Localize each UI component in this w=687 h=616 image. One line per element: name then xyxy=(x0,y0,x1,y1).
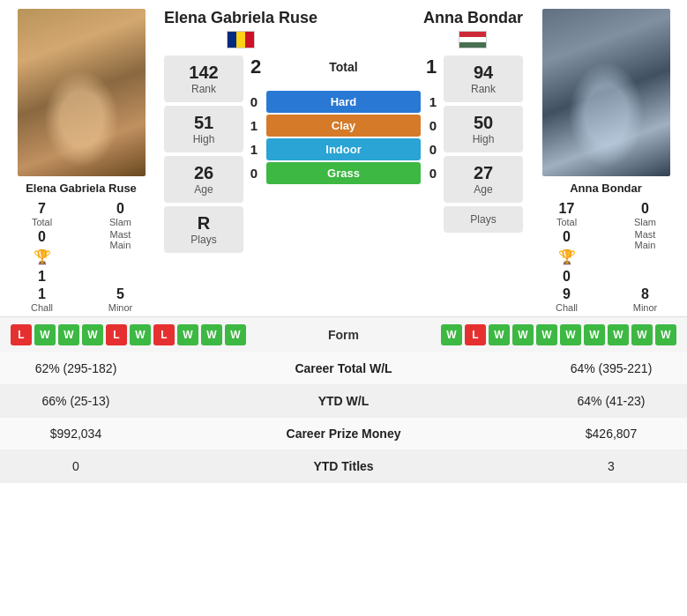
surface-row-grass: 0 Grass 0 xyxy=(247,162,440,184)
right-slam-cell: 0 Slam xyxy=(610,201,680,227)
left-plays-lbl: Plays xyxy=(175,234,233,246)
left-chall-lbl: Chall xyxy=(31,302,53,313)
form-label: Form xyxy=(328,328,359,342)
surfaces-col: 2 Total 1 0 Hard 1 1 Clay 0 1 Indoor 0 0… xyxy=(247,56,440,184)
right-name-header: Anna Bondar xyxy=(423,9,523,28)
player-right-photo xyxy=(542,9,670,176)
player-right-name: Anna Bondar xyxy=(570,182,642,196)
surface-btn-indoor: Indoor xyxy=(266,138,421,160)
form-section: LWWWLWLWWW Form WLWWWWWWWW xyxy=(0,316,687,353)
left-total-cell: 7 Total xyxy=(7,201,77,227)
stats-left-val: $992,034 xyxy=(14,427,138,441)
left-chall-cell: 1 Chall xyxy=(7,286,77,313)
content-grid: 142 Rank 51 High 26 Age R Plays xyxy=(164,56,523,253)
surface-row-indoor: 1 Indoor 0 xyxy=(247,138,440,160)
player-right-card: Anna Bondar 17 Total 0 Slam 0 🏆 0 Mast xyxy=(532,9,680,313)
right-rank-block: 94 Rank xyxy=(444,56,523,102)
surface-btn-grass: Grass xyxy=(266,162,421,184)
top-section: Elena Gabriela Ruse 7 Total 0 Slam 0 🏆 1… xyxy=(0,0,687,316)
form-badge: W xyxy=(631,324,653,345)
surface-btn-hard: Hard xyxy=(266,91,421,113)
right-total-lbl: Total xyxy=(556,217,577,227)
right-high-lbl: High xyxy=(454,133,512,145)
total-right-score: 1 xyxy=(422,56,440,78)
player-left-stats: 7 Total 0 Slam 0 🏆 1 Mast Main 1 xyxy=(7,201,155,313)
right-high-block: 50 High xyxy=(444,106,523,152)
right-minor-cell: 8 Minor xyxy=(610,286,680,313)
form-badge: W xyxy=(655,324,676,345)
form-badge: L xyxy=(465,324,486,345)
right-slam-val: 0 xyxy=(641,201,649,217)
right-total-cell: 17 Total xyxy=(532,201,601,227)
trophy-icon-right: 🏆 xyxy=(558,249,576,265)
left-plays-block: R Plays xyxy=(164,206,243,253)
left-total-lbl: Total xyxy=(32,217,52,227)
surface-left-score: 0 xyxy=(247,166,261,181)
form-badge: L xyxy=(153,324,175,345)
left-minor-lbl: Minor xyxy=(108,302,133,313)
stats-left-val: 66% (25-13) xyxy=(14,394,138,408)
surface-right-score: 0 xyxy=(426,166,440,181)
left-minor-val: 5 xyxy=(116,286,124,302)
player-left-card: Elena Gabriela Ruse 7 Total 0 Slam 0 🏆 1… xyxy=(7,9,155,313)
form-badge: W xyxy=(512,324,534,345)
form-badge: W xyxy=(82,324,103,345)
surface-left-score: 1 xyxy=(247,142,261,157)
stats-key: Career Prize Money xyxy=(138,427,549,441)
surface-row-hard: 0 Hard 1 xyxy=(247,91,440,113)
form-badge: W xyxy=(608,324,629,345)
surface-left-score: 0 xyxy=(247,94,261,109)
right-chall-cell: 9 Chall xyxy=(532,286,601,313)
right-chall-val: 9 xyxy=(563,286,571,302)
player-left-name: Elena Gabriela Ruse xyxy=(26,182,137,196)
form-badge: W xyxy=(441,324,462,345)
stats-row: 66% (25-13) YTD W/L 64% (41-23) xyxy=(0,385,687,418)
form-badge: W xyxy=(130,324,151,345)
right-plays-block: Plays xyxy=(444,206,523,233)
form-badge: W xyxy=(489,324,510,345)
left-main-lbl: Main xyxy=(110,240,131,250)
form-badge: W xyxy=(536,324,557,345)
surface-right-score: 0 xyxy=(426,118,440,133)
form-badge: W xyxy=(177,324,198,345)
right-age-val: 27 xyxy=(454,163,512,183)
left-high-block: 51 High xyxy=(164,106,243,152)
surface-rows: 0 Hard 1 1 Clay 0 1 Indoor 0 0 Grass 0 xyxy=(247,91,440,184)
left-mast-lbl: Mast xyxy=(110,229,131,240)
left-stats-col: 142 Rank 51 High 26 Age R Plays xyxy=(164,56,243,253)
right-age-block: 27 Age xyxy=(444,156,523,203)
right-age-lbl: Age xyxy=(454,183,512,196)
player-left-photo xyxy=(18,9,146,176)
right-flag xyxy=(459,31,487,48)
stats-right-val: 64% (395-221) xyxy=(549,361,673,375)
right-rank-lbl: Rank xyxy=(454,83,512,95)
stats-row: 62% (295-182) Career Total W/L 64% (395-… xyxy=(0,353,687,385)
left-minor-cell: 5 Minor xyxy=(86,286,155,313)
surface-left-score: 1 xyxy=(247,118,261,133)
form-badge: L xyxy=(106,324,127,345)
left-total-val: 7 xyxy=(38,201,46,217)
surface-row-clay: 1 Clay 0 xyxy=(247,115,440,137)
trophy-icon-left: 🏆 xyxy=(34,249,51,265)
stats-row: 0 YTD Titles 3 xyxy=(0,450,687,483)
left-plays-val: R xyxy=(175,213,233,234)
left-slam-cell: 0 Slam xyxy=(86,201,155,227)
middle-panel: Elena Gabriela Ruse Anna Bondar 142 Rank xyxy=(161,9,526,313)
stats-key: YTD Titles xyxy=(138,459,549,473)
left-flag xyxy=(227,31,255,48)
form-right: WLWWWWWWWW xyxy=(441,324,676,345)
right-stats-col: 94 Rank 50 High 27 Age Plays xyxy=(444,56,523,233)
left-rank-block: 142 Rank xyxy=(164,56,243,102)
left-mast-cell: 0 🏆 1 xyxy=(7,229,77,285)
stats-row: $992,034 Career Prize Money $426,807 xyxy=(0,418,687,450)
left-slam-val: 0 xyxy=(116,201,124,217)
total-left-score: 2 xyxy=(247,56,265,78)
right-total-val: 17 xyxy=(559,201,575,217)
stats-left-val: 62% (295-182) xyxy=(14,361,138,375)
left-rank-val: 142 xyxy=(175,63,233,83)
left-age-lbl: Age xyxy=(175,183,233,196)
right-main-val: 0 xyxy=(563,269,571,285)
total-label: Total xyxy=(270,60,417,74)
form-badge: W xyxy=(225,324,246,345)
stats-key: YTD W/L xyxy=(138,394,549,408)
